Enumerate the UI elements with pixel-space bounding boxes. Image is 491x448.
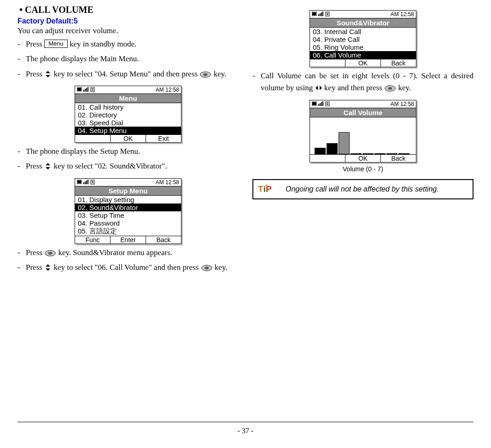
phone-screen-setup: AM 12:58 Setup Menu 01. Display setting … <box>75 178 181 244</box>
step-text: Press <box>26 162 44 170</box>
step-text: key. <box>214 70 227 78</box>
menu-item: 05. Ring Volume <box>310 43 416 51</box>
step-enter-sound: - Press key. Sound&Vibrator menu appears… <box>18 247 239 259</box>
screen-title: Call Volume <box>310 108 416 117</box>
menu-item: 04. Password <box>75 219 181 227</box>
status-icons-icon <box>312 12 335 17</box>
leftright-icon <box>315 84 322 92</box>
updown-icon <box>44 163 52 170</box>
step-main-menu: - The phone displays the Main Menu. <box>18 53 239 65</box>
softkey-left <box>310 155 345 162</box>
status-time: AM 12:58 <box>156 87 179 93</box>
menu-item: 02. Directory <box>75 111 181 119</box>
step-text: key to select "02. Sound&Vibrator". <box>53 162 167 170</box>
softkey-right: Back <box>380 59 416 67</box>
step-text: key in standby mode. <box>70 40 136 48</box>
step-select-sound: - Press key to select "02. Sound&Vibrato… <box>18 160 239 172</box>
step-setup-shown: - The phone displays the Setup Menu. <box>18 145 239 157</box>
phone-screen-volume: AM 12:58 Call Volume OK Back <box>310 100 416 163</box>
step-text: key. <box>215 263 228 272</box>
softkey-mid: OK <box>110 135 146 142</box>
menu-item: 04. Private Call <box>310 35 416 43</box>
softkey-right: Back <box>146 236 181 244</box>
screen-title: Setup Menu <box>75 186 181 196</box>
menu-item: 01. Call history <box>75 103 181 111</box>
step-press-menu: - Press Menu key in standby mode. <box>18 38 239 50</box>
menu-item-selected: 06. Call Volume <box>310 51 416 59</box>
step-text: Press <box>26 263 44 272</box>
menu-item-selected: 02. Sound&Vibrator <box>75 204 181 211</box>
menu-key-icon: Menu <box>44 40 68 48</box>
status-time: AM 12:58 <box>391 11 414 17</box>
screen-title: Sound&Vibrator <box>310 18 416 28</box>
menu-item: 01. Display setting <box>75 196 181 204</box>
menu-item: 03. Internal Call <box>310 28 416 35</box>
menu-item-selected: 04. Setup Menu <box>75 127 181 134</box>
page-number: - 37 - <box>0 427 491 435</box>
updown-icon <box>44 70 52 78</box>
menu-item: 03. Speed Dial <box>75 119 181 127</box>
tip-icon <box>258 184 280 195</box>
softkey-left <box>75 135 110 142</box>
step-select-callvol: - Press key to select "06. Call Volume" … <box>18 262 239 273</box>
softkey-mid: OK <box>345 155 380 162</box>
step-text: Press <box>26 248 44 257</box>
step-text: key to select "06. Call Volume" and then… <box>53 263 200 272</box>
tip-text: Ongoing call will not be affected by thi… <box>286 185 468 193</box>
factory-default: Factory Default:5 <box>18 17 239 25</box>
enter-key-icon <box>199 71 211 78</box>
step-select-setup: - Press key to select "04. Setup Menu" a… <box>18 68 239 80</box>
volume-caption: Volume (0 - 7) <box>252 165 473 173</box>
status-icons-icon <box>312 101 335 107</box>
softkey-mid: OK <box>345 59 380 67</box>
softkey-right: Exit <box>146 135 181 142</box>
phone-screen-menu: AM 12:58 Menu 01. Call history 02. Direc… <box>75 86 181 143</box>
phone-screen-sound: AM 12:58 Sound&Vibrator 03. Internal Cal… <box>310 10 416 67</box>
step-text: key to select "04. Setup Menu" and then … <box>53 70 199 78</box>
status-time: AM 12:58 <box>391 101 414 107</box>
section-heading: CALL VOLUME <box>19 5 239 15</box>
softkey-mid: Enter <box>110 236 146 244</box>
step-text: The phone displays the Main Menu. <box>26 53 239 65</box>
step-text: Press <box>26 70 44 78</box>
menu-item: 05. 言語設定 <box>75 227 181 236</box>
step-text: Press <box>26 40 44 48</box>
screen-title: Menu <box>75 94 181 103</box>
status-time: AM 12:58 <box>156 179 179 186</box>
updown-icon <box>44 264 52 271</box>
step-text: key and then press <box>324 83 384 92</box>
softkey-left <box>310 59 345 67</box>
enter-key-icon <box>44 250 56 256</box>
step-text: key. <box>398 83 411 92</box>
step-text: key. Sound&Vibrator menu appears. <box>58 248 172 257</box>
softkey-right: Back <box>380 155 416 162</box>
volume-bars <box>310 117 416 154</box>
softkey-left: Func <box>75 236 110 244</box>
status-icons-icon <box>77 87 100 93</box>
footer-rule <box>18 422 473 422</box>
tip-box: Ongoing call will not be affected by thi… <box>252 179 473 199</box>
intro-text: You can adjust receiver volume. <box>18 26 239 35</box>
step-set-volume: - Call Volume can be set in eight levels… <box>252 70 473 94</box>
enter-key-icon <box>201 265 213 271</box>
status-icons-icon <box>77 180 100 185</box>
enter-key-icon <box>384 85 396 92</box>
menu-item: 03. Setup Time <box>75 211 181 219</box>
step-text: The phone displays the Setup Menu. <box>26 145 239 157</box>
